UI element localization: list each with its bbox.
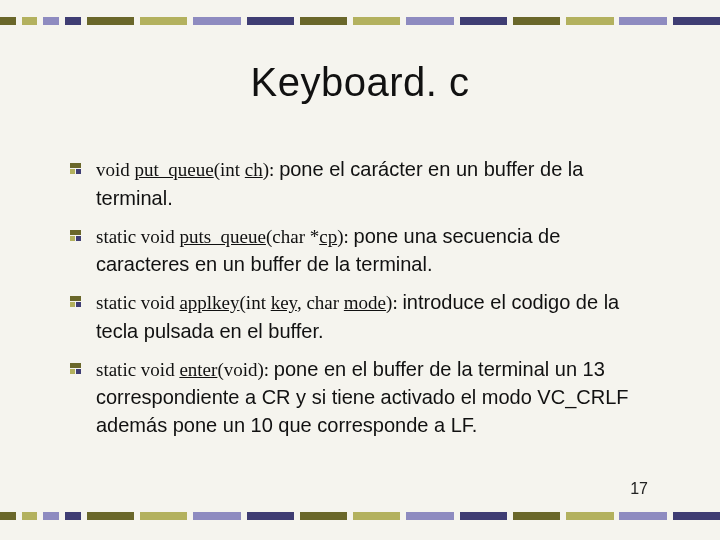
list-item: static void enter(void): pone en el buff… <box>92 355 640 440</box>
bullet-icon <box>70 363 81 374</box>
bullet-icon <box>70 230 81 241</box>
top-divider <box>0 17 720 25</box>
bullet-icon <box>70 163 81 174</box>
code-signature: static void enter(void): <box>96 359 274 380</box>
list-item: void put_queue(int ch): pone el carácter… <box>92 155 640 212</box>
code-signature: void put_queue(int ch): <box>96 159 279 180</box>
slide-body: void put_queue(int ch): pone el carácter… <box>92 155 640 449</box>
list-item: static void applkey(int key, char mode):… <box>92 288 640 345</box>
slide-title: Keyboard. c <box>0 60 720 105</box>
bottom-divider <box>0 512 720 520</box>
bullet-icon <box>70 296 81 307</box>
list-item: static void puts_queue(char *cp): pone u… <box>92 222 640 279</box>
page-number: 17 <box>630 480 648 498</box>
code-signature: static void puts_queue(char *cp): <box>96 226 354 247</box>
code-signature: static void applkey(int key, char mode): <box>96 292 402 313</box>
